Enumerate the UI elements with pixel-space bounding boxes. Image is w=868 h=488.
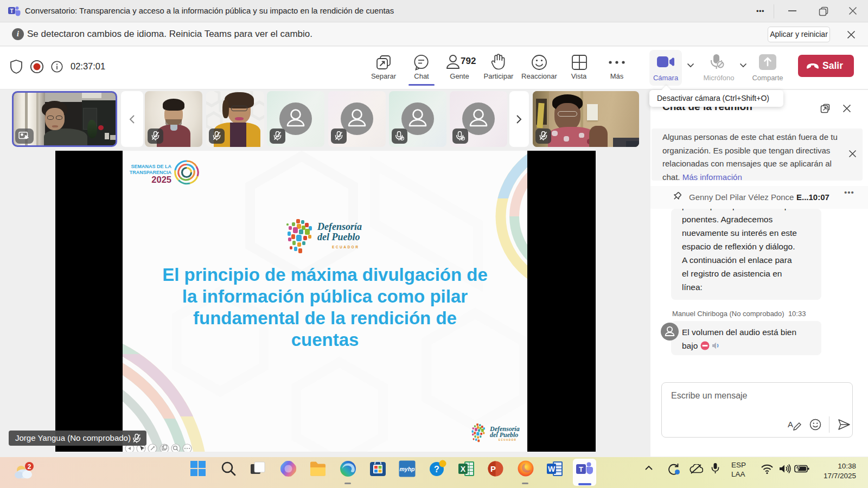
- svg-text:T: T: [579, 465, 583, 473]
- svg-text:?: ?: [434, 465, 439, 474]
- svg-text:A: A: [788, 420, 793, 429]
- svg-text:myhp: myhp: [399, 466, 415, 472]
- svg-text:2: 2: [28, 463, 31, 471]
- svg-text:X: X: [461, 465, 466, 473]
- svg-text:T: T: [10, 8, 13, 14]
- svg-text:P: P: [490, 464, 496, 473]
- svg-text:W: W: [548, 465, 556, 473]
